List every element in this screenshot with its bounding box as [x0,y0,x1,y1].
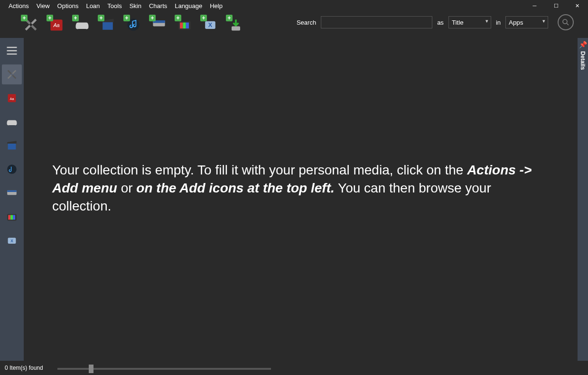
sidebar-tv[interactable] [2,207,22,227]
pin-icon[interactable]: 📌 [579,41,587,48]
add-book-button[interactable]: +Aa [44,13,69,37]
svg-rect-8 [183,23,186,29]
menu-actions[interactable]: Actions [5,1,33,10]
svg-rect-12 [232,27,240,31]
search-button[interactable] [558,14,574,30]
svg-rect-22 [8,215,10,220]
empty-bold-2: on the Add icons at the top left. [136,181,334,195]
add-tools-button[interactable]: + [18,13,44,37]
sidebar-menu-button[interactable] [2,41,22,61]
svg-text:X: X [208,22,213,28]
sidebar-music[interactable] [2,159,22,179]
svg-line-14 [567,23,569,25]
add-gamepad-button[interactable]: + [69,13,95,37]
close-button[interactable]: ✕ [567,0,588,11]
add-tv-button[interactable]: + [172,13,197,37]
sidebar-movie[interactable] [2,136,22,155]
svg-text:Aa: Aa [10,97,14,101]
svg-rect-7 [180,23,183,29]
menu-view[interactable]: View [33,1,54,10]
search-input[interactable] [321,16,432,28]
search-icon [561,18,570,27]
menu-options[interactable]: Options [54,1,83,10]
add-xbmc-button[interactable]: +X [197,13,223,37]
status-text: 0 Item(s) found [5,365,43,371]
menu-loan[interactable]: Loan [82,1,103,10]
zoom-slider-container [57,365,271,371]
as-label: as [437,19,444,26]
sidebar-console[interactable] [2,183,22,203]
empty-message: Your collection is empty. To fill it wit… [52,161,549,215]
svg-rect-23 [10,215,13,220]
menubar: Actions View Options Loan Tools Skin Cha… [0,0,588,11]
svg-rect-2 [103,22,113,30]
svg-text:X: X [10,238,13,243]
svg-point-13 [563,19,567,24]
zoom-slider[interactable] [57,368,271,370]
add-console-button[interactable]: + [146,13,172,37]
as-select[interactable]: Title [448,16,491,28]
in-label: in [496,19,501,26]
in-select[interactable]: Apps [505,16,548,28]
details-panel-toggle[interactable]: Details [579,51,586,70]
window-controls: ─ ☐ ✕ [524,0,588,11]
svg-text:Aa: Aa [53,22,59,28]
add-download-button[interactable]: + [223,13,249,37]
sidebar-right: 📌 Details [578,38,588,361]
menu-help[interactable]: Help [206,1,226,10]
svg-rect-9 [186,23,189,29]
menu-language[interactable]: Language [171,1,206,10]
sidebar-xbmc[interactable]: X [2,230,22,250]
statusbar: 0 Item(s) found [0,361,588,375]
minimize-button[interactable]: ─ [524,0,545,11]
search-label: Search [297,19,316,26]
search-area: Search as Title in Apps [297,14,574,30]
maximize-button[interactable]: ☐ [545,0,567,11]
empty-text-2: or [117,181,136,195]
content-area: Your collection is empty. To fill it wit… [24,38,578,361]
menu-charts[interactable]: Charts [145,1,171,10]
svg-point-18 [7,165,17,174]
empty-text-1: Your collection is empty. To fill it wit… [52,163,467,177]
sidebar-gamepad[interactable] [2,112,22,132]
svg-rect-20 [7,190,17,192]
svg-rect-24 [13,215,15,220]
add-music-button[interactable]: + [121,13,146,37]
svg-rect-17 [8,144,16,150]
toolbar: + +Aa + + + + + +X + Search as Title in … [0,11,588,38]
main: Aa X Your collection is empty. To fill i… [0,38,588,361]
menu-skin[interactable]: Skin [126,1,145,10]
menu-tools[interactable]: Tools [103,1,125,10]
sidebar-left: Aa X [0,38,24,361]
add-movie-button[interactable]: + [95,13,121,37]
sidebar-tools[interactable] [2,64,22,84]
sidebar-book[interactable]: Aa [2,88,22,108]
